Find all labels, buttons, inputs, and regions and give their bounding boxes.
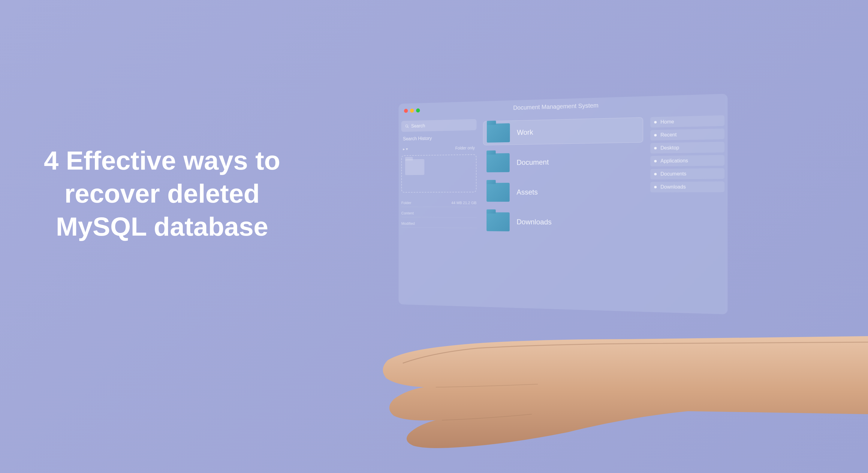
window-body: Search Search History ▸ ▾ Folder only Fo… bbox=[399, 109, 727, 315]
nav-item-desktop[interactable]: Desktop bbox=[650, 141, 724, 153]
bullet-icon bbox=[654, 134, 656, 136]
maximize-button[interactable] bbox=[416, 108, 420, 113]
folder-item-downloads[interactable]: Downloads bbox=[483, 210, 643, 235]
folder-only-row: ▸ ▾ Folder only bbox=[401, 145, 476, 152]
app-window: Document Management System Search Search… bbox=[399, 94, 727, 314]
bullet-icon bbox=[654, 121, 656, 123]
nav-label: Documents bbox=[661, 171, 686, 177]
window-title: Document Management System bbox=[513, 102, 598, 111]
folder-icon bbox=[487, 183, 509, 202]
nav-label: Home bbox=[661, 119, 674, 125]
bullet-icon bbox=[654, 147, 656, 150]
bullet-icon bbox=[654, 160, 656, 162]
hand-image bbox=[358, 300, 868, 450]
folder-icon bbox=[487, 123, 510, 143]
search-input[interactable]: Search bbox=[401, 119, 476, 132]
nav-item-downloads[interactable]: Downloads bbox=[650, 181, 724, 192]
folder-icon bbox=[405, 159, 424, 175]
headline-text: 4 Effective ways to recover deleted MySQ… bbox=[39, 144, 285, 243]
close-button[interactable] bbox=[404, 108, 408, 113]
nav-label: Recent bbox=[661, 132, 677, 138]
meta-content-label: Content bbox=[401, 211, 413, 215]
search-history-label: Search History bbox=[401, 134, 476, 143]
nav-item-home[interactable]: Home bbox=[650, 115, 724, 128]
folder-only-label: Folder only bbox=[455, 146, 475, 151]
svg-line-1 bbox=[408, 127, 408, 128]
folder-label: Downloads bbox=[517, 218, 552, 226]
meta-folder-label: Folder bbox=[401, 201, 411, 205]
search-placeholder: Search bbox=[411, 123, 425, 129]
nav-item-recent[interactable]: Recent bbox=[650, 128, 724, 140]
folder-icon bbox=[487, 212, 509, 231]
folder-item-document[interactable]: Document bbox=[483, 149, 643, 175]
search-icon bbox=[405, 124, 409, 128]
expand-icon[interactable]: ▸ ▾ bbox=[403, 147, 408, 152]
nav-item-documents[interactable]: Documents bbox=[650, 168, 724, 179]
sidebar-right: Home Recent Desktop Applications Documen… bbox=[650, 113, 724, 311]
folder-item-work[interactable]: Work bbox=[483, 117, 643, 145]
folder-label: Work bbox=[517, 128, 533, 137]
bullet-icon bbox=[654, 173, 656, 175]
folder-icon bbox=[487, 153, 509, 172]
meta-size-value: 44 MB 21.2 GB bbox=[452, 200, 476, 205]
bullet-icon bbox=[654, 186, 656, 188]
meta-content-row: Content bbox=[401, 209, 476, 218]
meta-section: Folder 44 MB 21.2 GB Content Modified bbox=[401, 199, 476, 228]
folder-preview bbox=[401, 154, 476, 193]
nav-item-applications[interactable]: Applications bbox=[650, 155, 724, 166]
folder-label: Assets bbox=[517, 188, 537, 196]
meta-modified-label: Modified bbox=[401, 221, 415, 226]
sidebar-left: Search Search History ▸ ▾ Folder only Fo… bbox=[401, 119, 476, 304]
nav-label: Downloads bbox=[661, 184, 686, 190]
meta-folder-row: Folder 44 MB 21.2 GB bbox=[401, 199, 476, 207]
folder-item-assets[interactable]: Assets bbox=[483, 180, 643, 204]
meta-modified-row: Modified bbox=[401, 220, 476, 228]
folder-label: Document bbox=[517, 158, 549, 166]
nav-label: Desktop bbox=[661, 145, 679, 151]
minimize-button[interactable] bbox=[410, 108, 414, 113]
folder-list: Work Document Assets Downloads bbox=[481, 115, 646, 309]
traffic-lights bbox=[404, 108, 420, 113]
nav-label: Applications bbox=[661, 158, 688, 164]
